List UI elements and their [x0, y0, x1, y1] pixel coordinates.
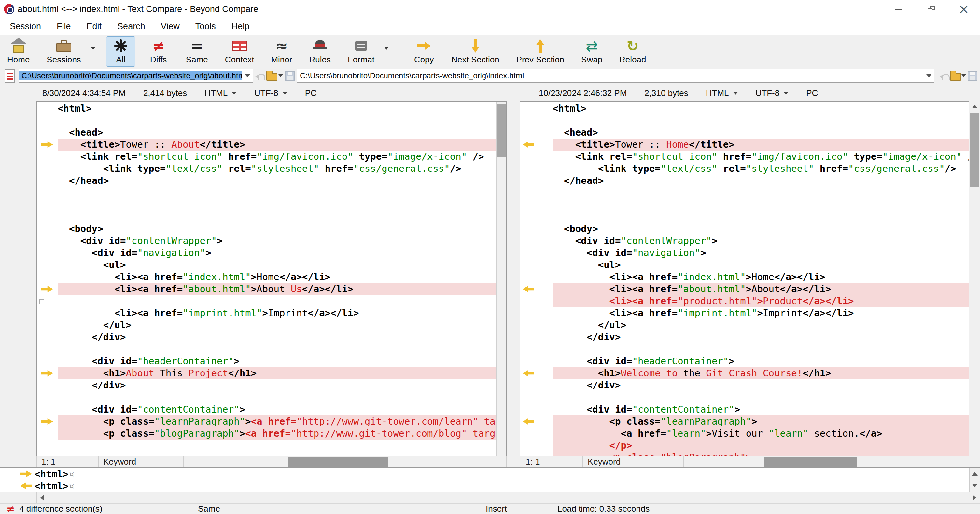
- toolbar-all-label: All: [116, 55, 125, 65]
- code-line: [520, 199, 969, 211]
- chevron-down-icon: [282, 92, 288, 95]
- code-line: <p class="learnParagraph"><a href="http:…: [37, 416, 496, 427]
- menu-item-edit[interactable]: Edit: [79, 19, 110, 34]
- scroll-up-button[interactable]: [970, 102, 980, 111]
- detail-line-text: <html>: [35, 481, 69, 492]
- code-line: [37, 391, 496, 403]
- left-code-pane[interactable]: <html> <head> <title>Tower :: About</tit…: [37, 102, 507, 456]
- menu-item-search[interactable]: Search: [110, 19, 153, 34]
- toolbar-format-label: Format: [348, 55, 374, 65]
- code-line: <h1>About This Project</h1>: [37, 367, 496, 379]
- right-save-button[interactable]: [967, 70, 978, 82]
- toolbar-minor-button[interactable]: ≈Minor: [267, 37, 296, 67]
- code-line: <head>: [520, 127, 969, 139]
- toolbar-same-label: Same: [186, 55, 208, 65]
- left-browse-dropdown-icon[interactable]: [277, 70, 284, 82]
- right-browse-dropdown-icon[interactable]: [961, 70, 967, 82]
- code-line: [520, 343, 969, 355]
- right-revert-button[interactable]: [939, 70, 950, 82]
- toolbar: HomeSessionsAll≠Diffs=SameContext≈MinorR…: [0, 35, 980, 67]
- code-line: <div id="contentContainer">: [520, 403, 969, 416]
- main-scrollbar-thumb[interactable]: [970, 113, 979, 187]
- code-line: </div>: [37, 331, 496, 343]
- right-file-modified: 10/23/2024 2:46:32 PM: [539, 88, 627, 98]
- left-horizontal-scrollbar[interactable]: [184, 456, 507, 468]
- code-line: <h1>Welcome to the Git Crash Course!</h1…: [520, 367, 969, 379]
- format-icon: [352, 38, 370, 54]
- menu-item-help[interactable]: Help: [224, 19, 258, 34]
- toolbar-sessions-dropdown-icon[interactable]: [89, 40, 97, 56]
- right-path-combo[interactable]: C:\Users\brunobrito\Documents\carparts-w…: [297, 69, 934, 82]
- toolbar-context-button[interactable]: Context: [221, 37, 258, 67]
- left-format-value: HTML: [204, 88, 228, 98]
- window-controls: ×: [882, 0, 980, 18]
- right-browse-button[interactable]: [950, 70, 961, 82]
- toolbar-diffs-button[interactable]: ≠Diffs: [144, 37, 173, 67]
- right-format-dropdown[interactable]: HTML: [706, 88, 738, 98]
- detail-scroll-left-button[interactable]: [37, 492, 48, 503]
- code-line: </ul>: [520, 319, 969, 331]
- toolbar-prev-section-button[interactable]: Prev Section: [512, 37, 568, 67]
- right-hscroll-thumb[interactable]: [764, 457, 857, 466]
- diff-section-marker-right-icon: [41, 418, 53, 425]
- toolbar-next-section-label: Next Section: [451, 55, 499, 65]
- code-line: [520, 187, 969, 199]
- left-format-dropdown[interactable]: HTML: [204, 88, 237, 98]
- right-horizontal-scrollbar[interactable]: [684, 456, 969, 468]
- toolbar-format-button[interactable]: Format: [344, 37, 378, 67]
- right-code-pane[interactable]: <html> <head> <title>Tower :: Home</titl…: [520, 102, 969, 456]
- text-compare-session-icon: [5, 69, 15, 82]
- left-browse-button[interactable]: [266, 70, 277, 82]
- not-equal-icon: ≠: [6, 503, 15, 514]
- detail-scroll-right-button[interactable]: [969, 492, 980, 503]
- minimize-button[interactable]: [882, 0, 915, 18]
- title-bar: about.html <--> index.html - Text Compar…: [0, 0, 980, 18]
- toolbar-format-dropdown-icon[interactable]: [382, 40, 391, 56]
- left-file-size: 2,414 bytes: [143, 88, 187, 98]
- code-line: </head>: [37, 175, 496, 187]
- menu-item-view[interactable]: View: [153, 19, 188, 34]
- toolbar-swap-button[interactable]: ⇄Swap: [577, 37, 606, 67]
- code-line: <li><a href="about.html">About</a></li>: [520, 283, 969, 295]
- detail-horizontal-scrollbar[interactable]: [37, 492, 980, 503]
- menu-item-session[interactable]: Session: [2, 19, 49, 34]
- file-info-row: 8/30/2024 4:34:54 PM 2,414 bytes HTML UT…: [0, 85, 980, 102]
- left-revert-button[interactable]: [255, 70, 266, 82]
- window-title: about.html <--> index.html - Text Compar…: [18, 4, 258, 14]
- toolbar-prev-section-label: Prev Section: [516, 55, 564, 65]
- detail-line[interactable]: <html>¤: [0, 468, 980, 480]
- left-path-combo[interactable]: C:\Users\brunobrito\Documents\carparts-w…: [19, 69, 253, 82]
- left-vertical-scrollbar[interactable]: [496, 102, 506, 456]
- main-vertical-scrollbar[interactable]: [970, 102, 980, 468]
- beyond-compare-app-icon[interactable]: [4, 4, 14, 14]
- toolbar-copy-button[interactable]: Copy: [410, 37, 438, 67]
- toolbar-all-button[interactable]: All: [107, 37, 135, 67]
- menu-bar: SessionFileEditSearchViewToolsHelp: [0, 18, 980, 35]
- menu-item-tools[interactable]: Tools: [188, 19, 224, 34]
- detail-scroll-down-button[interactable]: [970, 479, 980, 491]
- detail-scroll-up-button[interactable]: [970, 468, 980, 479]
- detail-line[interactable]: <html>¤: [0, 480, 980, 492]
- right-path-dropdown-icon[interactable]: [924, 69, 934, 82]
- left-scrollbar-thumb[interactable]: [497, 105, 506, 157]
- menu-item-file[interactable]: File: [49, 19, 79, 34]
- pane-status-row: 1: 1 Keyword 1: 1 Keyword: [0, 456, 980, 468]
- right-encoding-dropdown[interactable]: UTF-8: [756, 88, 789, 98]
- toolbar-next-section-button[interactable]: Next Section: [447, 37, 503, 67]
- chevron-down-icon: [733, 92, 738, 95]
- left-encoding-dropdown[interactable]: UTF-8: [254, 88, 288, 98]
- toolbar-same-button[interactable]: =Same: [182, 37, 212, 67]
- edit-mode-indicator: Insert: [486, 504, 507, 514]
- restore-button[interactable]: [915, 0, 947, 18]
- toolbar-sessions-button[interactable]: Sessions: [43, 37, 85, 67]
- close-button[interactable]: ×: [947, 0, 980, 18]
- left-line-ending: PC: [305, 88, 317, 98]
- approx-icon: ≈: [272, 38, 291, 54]
- left-hscroll-thumb[interactable]: [288, 457, 388, 466]
- toolbar-rules-button[interactable]: Rules: [305, 37, 334, 67]
- toolbar-reload-button[interactable]: ↻Reload: [615, 37, 650, 67]
- detail-scrollbar[interactable]: [969, 468, 980, 492]
- left-save-button[interactable]: [285, 70, 296, 82]
- left-path-dropdown-icon[interactable]: [242, 69, 253, 82]
- toolbar-home-button[interactable]: Home: [3, 37, 33, 67]
